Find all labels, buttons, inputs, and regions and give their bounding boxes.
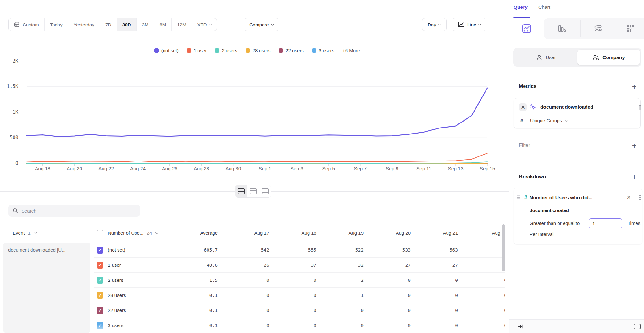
user-icon: [536, 54, 542, 61]
layout-split-button[interactable]: [235, 185, 247, 197]
search-input[interactable]: [21, 208, 128, 214]
group-column-header[interactable]: Number of Use... 24: [108, 225, 158, 241]
day-value-cell: 0: [414, 318, 458, 333]
select-all-checkbox[interactable]: [97, 230, 103, 236]
legend-label: (not set): [161, 48, 179, 53]
date-range-label: 12M: [177, 22, 186, 27]
collapse-panel-icon[interactable]: [517, 324, 524, 329]
legend-item[interactable]: 28 users: [246, 48, 271, 53]
metric-event-name[interactable]: document downloaded: [540, 104, 593, 110]
date-range-30d[interactable]: 30D: [117, 18, 137, 31]
legend-color-chip: [215, 48, 219, 53]
legend-color-chip: [187, 48, 191, 53]
interval-button[interactable]: Day: [422, 18, 447, 31]
scope-option-company[interactable]: Company: [577, 50, 640, 65]
tab-query[interactable]: Query: [514, 4, 528, 10]
close-icon[interactable]: ✕: [627, 194, 631, 200]
date-range-label: 3M: [142, 22, 149, 27]
legend-more-button[interactable]: +6 More: [342, 48, 360, 53]
layout-chart-only-button[interactable]: [247, 185, 259, 197]
day-value-cell: 0: [272, 273, 316, 288]
dot-matrix-icon: [626, 24, 635, 33]
chart-legend: (not set)1 user2 users28 users22 users3 …: [27, 48, 487, 53]
row-label: (not set): [108, 243, 125, 258]
add-breakdown-button[interactable]: +: [630, 173, 638, 181]
day-value-cell: 0: [414, 288, 458, 303]
row-average: 605.7: [174, 243, 218, 258]
row-checkbox[interactable]: ✓: [97, 262, 103, 269]
x-axis-tick-label: Sep 5: [316, 166, 341, 172]
event-column-header[interactable]: Event 1: [13, 225, 36, 241]
metric-kebab-menu-icon[interactable]: [639, 106, 641, 108]
day-value-cell: 0: [463, 318, 505, 333]
row-label: 3 users: [108, 318, 123, 333]
split-view-icon[interactable]: [633, 323, 641, 330]
breakdown-condition-label[interactable]: Greater than or equal to: [530, 221, 580, 226]
x-axis-tick-label: Sep 13: [443, 166, 468, 172]
compare-button[interactable]: Compare: [244, 18, 279, 31]
legend-item[interactable]: 1 user: [187, 48, 207, 53]
day-value-cell: 0: [463, 273, 505, 288]
legend-color-chip: [246, 48, 250, 53]
date-range-6m[interactable]: 6M: [154, 18, 172, 31]
chart-type-label: Line: [467, 22, 476, 27]
legend-item[interactable]: (not set): [154, 48, 179, 53]
x-axis-tick-label: Sep 7: [348, 166, 373, 172]
add-metric-button[interactable]: +: [630, 82, 638, 90]
day-value-cell: 0: [414, 273, 458, 288]
chart-type-selector: [509, 18, 644, 39]
tab-chart[interactable]: Chart: [538, 4, 550, 10]
breakdown-card[interactable]: # Number of Users who did... ✕ document …: [514, 188, 642, 244]
day-column-header: Aug 20: [367, 225, 411, 241]
breakdown-per-interval-label[interactable]: Per Interval: [530, 232, 554, 237]
date-range-12m[interactable]: 12M: [172, 18, 192, 31]
chart-type-flow-tile[interactable]: [581, 18, 615, 39]
layout-table-only-button[interactable]: [259, 185, 271, 197]
day-column-header: Aug 19: [319, 225, 364, 241]
date-range-xtd[interactable]: XTD: [192, 18, 217, 31]
group-header-label: Number of Use...: [108, 230, 143, 236]
top-panel-icon: [249, 188, 257, 194]
event-name-cell[interactable]: document downloaded [U...: [3, 243, 90, 333]
add-filter-button[interactable]: +: [630, 141, 638, 150]
row-label: 28 users: [108, 288, 126, 303]
row-checkbox[interactable]: ✓: [97, 322, 103, 329]
split-rows-icon: [237, 188, 245, 194]
x-axis-tick-label: Sep 9: [380, 166, 405, 172]
measure-label: Unique Groups: [530, 118, 562, 123]
date-range-label: Today: [50, 22, 63, 27]
date-range-custom[interactable]: Custom: [9, 18, 45, 31]
main-area: CustomTodayYesterday7D30D3M6M12MXTD Comp…: [0, 0, 509, 333]
date-range-today[interactable]: Today: [45, 18, 68, 31]
chart-type-matrix-tile[interactable]: [617, 18, 644, 39]
drag-handle-icon[interactable]: [517, 197, 520, 198]
date-range-3m[interactable]: 3M: [137, 18, 154, 31]
chart-type-button[interactable]: Line: [452, 18, 486, 31]
chart-type-bar-tile[interactable]: [545, 18, 579, 39]
chart-type-line-tile[interactable]: [509, 18, 544, 39]
metric-card[interactable]: A document downloaded # Unique Groups: [514, 98, 641, 128]
date-range-yesterday[interactable]: Yesterday: [68, 18, 100, 31]
legend-item[interactable]: 2 users: [215, 48, 237, 53]
breakdown-event-name[interactable]: document created: [530, 208, 569, 213]
date-range-7d[interactable]: 7D: [100, 18, 117, 31]
event-click-icon: [530, 104, 536, 111]
measure-selector[interactable]: Unique Groups: [530, 118, 568, 123]
legend-item[interactable]: 3 users: [312, 48, 334, 53]
line-chart-boxed-icon: [522, 24, 532, 34]
row-checkbox[interactable]: ✓: [97, 277, 103, 284]
scope-user-label: User: [546, 55, 556, 60]
scope-option-user[interactable]: User: [515, 50, 577, 65]
date-range-label: Custom: [23, 22, 39, 27]
row-checkbox[interactable]: ✓: [97, 292, 103, 299]
legend-item[interactable]: 22 users: [279, 48, 304, 53]
row-checkbox[interactable]: ✓: [97, 247, 103, 254]
breakdown-threshold-input[interactable]: [589, 218, 622, 228]
scope-company-label: Company: [602, 55, 625, 60]
row-checkbox[interactable]: ✓: [97, 307, 103, 314]
search-icon: [13, 208, 18, 214]
breakdown-hash-icon: #: [524, 194, 527, 201]
breakdown-kebab-menu-icon[interactable]: [639, 197, 641, 198]
table-scrollbar[interactable]: [502, 224, 505, 271]
breakdown-heading: Breakdown: [519, 174, 546, 180]
